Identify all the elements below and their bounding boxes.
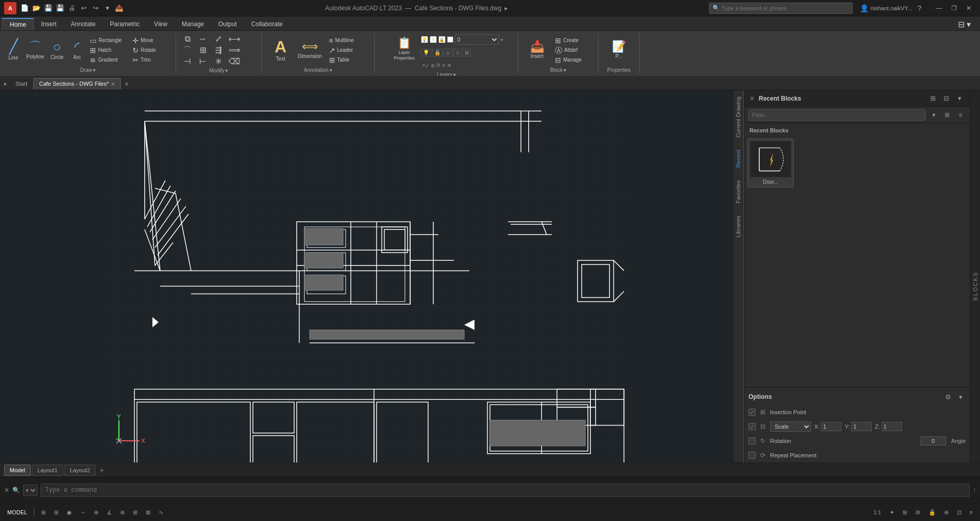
btn-break[interactable]: ⊣ [180, 56, 195, 67]
status-workspace[interactable]: ⚙ [912, 506, 924, 518]
layout-tab-layout1[interactable]: Layout1 [32, 465, 63, 476]
tab-workspace[interactable]: ⊟ ▾ [951, 18, 978, 30]
minimize-btn[interactable]: — [932, 2, 946, 14]
qa-new[interactable]: 📄 [20, 3, 30, 13]
annotation-dropdown-icon[interactable]: ▾ [330, 67, 332, 73]
btn-line[interactable]: ╱ Line [4, 35, 23, 66]
filter-input[interactable] [748, 109, 926, 121]
btn-layer-freeze-vp[interactable]: ❄ [447, 63, 451, 68]
status-customize[interactable]: ≡ [967, 506, 976, 518]
cmd-close-btn[interactable]: ✕ [4, 487, 9, 494]
command-input[interactable] [41, 484, 970, 497]
status-grid[interactable]: ⊞ [38, 506, 49, 518]
tab-active-doc[interactable]: Cafe Sections - DWG Files* ✕ [33, 78, 121, 89]
btn-dimension[interactable]: ⟺ Dimension [295, 35, 325, 66]
block-item-door[interactable]: Door... [747, 139, 794, 187]
btn-join[interactable]: ⊢ [196, 56, 210, 67]
canvas-area[interactable]: X Y [0, 90, 733, 482]
qa-undo[interactable]: ↩ [79, 3, 89, 13]
status-isolate[interactable]: ⊕ [941, 506, 952, 518]
cmd-dropdown[interactable]: ▾ [23, 485, 37, 496]
btn-attdef[interactable]: ⒶAttdef [553, 46, 594, 55]
btn-hatch[interactable]: ⊞Hatch [88, 46, 129, 55]
status-fullscreen[interactable]: ⊡ [954, 506, 965, 518]
layers-dropdown-icon[interactable]: ▾ [453, 72, 456, 76]
btn-array[interactable]: ⊞ [196, 45, 210, 55]
btn-manage-attrs[interactable]: ⊟Manage [553, 55, 594, 65]
panel-more-btn[interactable]: ▾ [954, 93, 965, 104]
status-dynin[interactable]: ⊗ [117, 506, 128, 518]
repeat-placement-checkbox[interactable] [748, 452, 756, 459]
layout-tab-add[interactable]: + [97, 465, 107, 475]
layout-tab-model[interactable]: Model [4, 465, 31, 476]
tab-collaborate[interactable]: Collaborate [244, 18, 290, 30]
status-isnap[interactable]: ⊕ [91, 506, 102, 518]
qa-save[interactable]: 💾 [43, 3, 53, 13]
btn-leader[interactable]: ↗Leader [327, 46, 368, 55]
btn-erase[interactable]: ⌫ [226, 56, 242, 67]
btn-text[interactable]: A Text [268, 35, 293, 66]
panel-expand-btn[interactable]: ⊞ [928, 93, 938, 104]
status-annotation-visibility[interactable]: ✦ [887, 506, 897, 518]
qa-redo[interactable]: ↪ [90, 3, 101, 13]
tab-insert[interactable]: Insert [34, 18, 64, 30]
status-selcycle[interactable]: ∿ [156, 506, 166, 518]
btn-offset[interactable]: ⇶ [211, 45, 225, 55]
tab-home[interactable]: Home [2, 18, 34, 30]
btn-layer-unisolate[interactable]: ⊙ [453, 49, 462, 56]
qa-saveas[interactable]: 💾 [55, 3, 65, 13]
qa-plot[interactable]: 🖨 [67, 3, 77, 13]
btn-arc[interactable]: ◜ Arc [68, 35, 86, 66]
help-btn[interactable]: ? [914, 3, 925, 13]
status-lw[interactable]: ⊞ [130, 506, 141, 518]
btn-extend[interactable]: ⟹ [226, 45, 242, 55]
btn-layer-walk[interactable]: ⊠ [463, 49, 471, 56]
side-tab-favorites[interactable]: Favorites [733, 174, 743, 209]
rotation-value-input[interactable] [920, 436, 946, 446]
btn-scale[interactable]: ⤢ [211, 34, 225, 44]
tab-manage[interactable]: Manage [175, 18, 211, 30]
blocks-panel-close[interactable]: ✕ [750, 95, 755, 102]
status-3dosnap[interactable]: ∡ [104, 506, 115, 518]
btn-table[interactable]: ⊞Table [327, 55, 368, 65]
status-auto-scale[interactable]: ⊞ [899, 506, 910, 518]
status-lock-vp[interactable]: 🔒 [926, 506, 939, 518]
draw-dropdown-icon[interactable]: ▾ [93, 67, 95, 73]
filter-view-btn[interactable]: ⊞ [942, 110, 952, 120]
side-tab-libraries[interactable]: Libraries [733, 209, 743, 243]
btn-layer-on[interactable]: 💡 [421, 49, 431, 56]
filter-dropdown-btn[interactable]: ▾ [929, 110, 939, 120]
scale-x-input[interactable] [821, 422, 841, 431]
layer-dropdown[interactable]: ▾ [501, 37, 503, 43]
layer-bulb[interactable]: 💡 [421, 36, 428, 43]
options-collapse-btn[interactable]: ▾ [955, 392, 966, 402]
btn-layer-change[interactable]: ⊕ [431, 63, 435, 68]
doc-tab-close[interactable]: ✕ [111, 81, 115, 87]
cmd-end-btn[interactable]: ↑ [973, 487, 976, 494]
status-transparency[interactable]: ⊠ [143, 506, 153, 518]
scale-checkbox[interactable] [748, 423, 756, 430]
layer-select[interactable]: 0 [455, 34, 499, 45]
btn-properties[interactable]: 📝 P... [609, 35, 629, 66]
btn-trim[interactable]: ✂Trim [130, 55, 171, 65]
btn-layer-copy[interactable]: ⧉ [436, 62, 440, 68]
status-snap[interactable]: ⊞ [51, 506, 62, 518]
status-ortho[interactable]: ◉ [64, 506, 75, 518]
btn-mirror[interactable]: ⟷ [226, 34, 242, 44]
btn-layer-delete[interactable]: ✕ [441, 63, 446, 68]
search-box[interactable]: 🔍 Type a keyword or phrase [709, 3, 853, 14]
btn-stretch[interactable]: ↔ [196, 34, 210, 44]
tab-view[interactable]: View [147, 18, 175, 30]
layer-freeze[interactable]: ❄ [430, 36, 437, 43]
btn-layer-properties[interactable]: 📋 LayerProperties [390, 34, 419, 65]
tab-annotate[interactable]: Annotate [64, 18, 103, 30]
btn-rotate[interactable]: ↻Rotate [130, 46, 171, 55]
btn-move[interactable]: ✛Move [130, 36, 171, 45]
cmd-search-btn[interactable]: 🔍 [12, 487, 20, 494]
qa-dropdown[interactable]: ▾ [102, 3, 112, 13]
scale-dropdown[interactable]: Scale [770, 421, 811, 432]
layer-lock[interactable]: 🔒 [438, 36, 446, 43]
btn-fillet[interactable]: ⌒ [180, 45, 195, 55]
tab-output[interactable]: Output [211, 18, 244, 30]
close-btn[interactable]: ✕ [962, 2, 976, 14]
